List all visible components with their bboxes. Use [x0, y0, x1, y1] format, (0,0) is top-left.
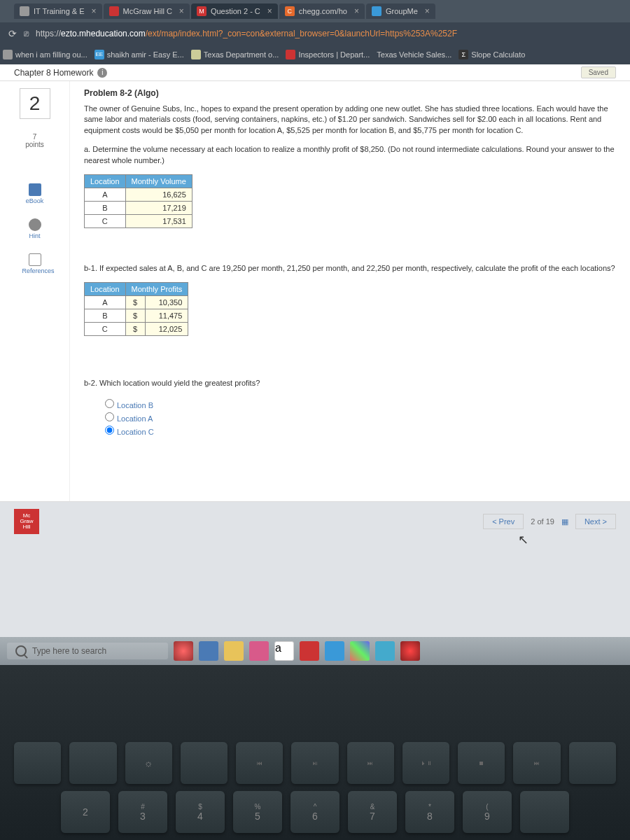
ebook-link[interactable]: eBook	[22, 183, 48, 204]
col-profits: Monthly Profits	[125, 283, 188, 296]
hint-link[interactable]: Hint	[22, 218, 48, 239]
number-row: 2 #3 $4 %5 ^6 &7 *8 (9	[14, 791, 616, 833]
next-button[interactable]: Next >	[575, 514, 616, 529]
col-location: Location	[85, 283, 126, 296]
table-row: A16,625	[85, 188, 192, 201]
key-4: $4	[176, 791, 225, 833]
bookmark-inspectors[interactable]: Inspectors | Depart...	[286, 50, 370, 59]
function-row: ☼ ⏮ ⏯ ⏭ ⏵⏸ ⏹ ⏭	[14, 742, 616, 784]
grid-icon[interactable]: ▦	[561, 517, 568, 526]
cursor-icon: ↖	[518, 532, 528, 547]
problem-body: The owner of Genuine Subs, Inc., hopes t…	[84, 104, 616, 136]
content: 2 7 points eBook Hint References Problem…	[0, 81, 630, 501]
key-fn	[569, 742, 616, 784]
col-location: Location	[85, 174, 126, 188]
table-row: C17,531	[85, 214, 192, 227]
volume-input-b[interactable]: 17,219	[125, 201, 192, 214]
volume-input-c[interactable]: 17,531	[125, 214, 192, 227]
key-fn: ☼	[125, 742, 172, 784]
references-icon	[29, 253, 41, 266]
bookmark-vehicle-sales[interactable]: Texas Vehicle Sales...	[377, 50, 451, 59]
key-fn: ⏭	[347, 742, 394, 784]
taskbar-icon-app[interactable]	[325, 641, 344, 661]
keyboard: ☼ ⏮ ⏯ ⏭ ⏵⏸ ⏹ ⏭ 2 #3 $4 %5 ^6 &7 *8 (9	[0, 665, 630, 840]
key-fn: ⏹	[458, 742, 505, 784]
table-row: C$12,025	[85, 323, 188, 336]
key-8: *8	[405, 791, 454, 833]
tab-it-training[interactable]: IT Training & E ×	[14, 4, 102, 19]
points-label: 7 points	[25, 133, 44, 148]
search-icon	[15, 645, 27, 657]
references-link[interactable]: References	[22, 253, 48, 274]
tab-question-2[interactable]: M Question 2 - C ×	[191, 4, 278, 19]
favicon	[20, 6, 29, 16]
close-icon[interactable]: ×	[267, 6, 272, 16]
key-fn	[69, 742, 116, 784]
table-row: B$11,475	[85, 309, 188, 323]
taskbar-icon-edge[interactable]	[199, 641, 218, 661]
col-volume: Monthly Volume	[125, 174, 192, 188]
url-field[interactable]: https://ezto.mheducation.com/ext/map/ind…	[36, 29, 457, 38]
radio-group-location: Location B Location A Location C	[105, 398, 616, 438]
key-fn: ⏯	[291, 742, 338, 784]
key-5: %5	[233, 791, 282, 833]
part-a-prompt: a. Determine the volume necessary at eac…	[84, 144, 616, 166]
taskbar-icon-app[interactable]	[249, 641, 269, 661]
bookmark-texas-dept[interactable]: Texas Department o...	[191, 50, 279, 59]
taskbar-icon-app[interactable]	[300, 641, 319, 661]
part-b2-prompt: b-2. Which location would yield the grea…	[84, 378, 616, 388]
prev-button[interactable]: < Prev	[483, 514, 524, 529]
profit-input-a[interactable]: 10,350	[145, 296, 188, 309]
key-9: (9	[463, 791, 512, 833]
option-location-b[interactable]: Location B	[105, 398, 616, 411]
taskbar-icon-app[interactable]	[375, 641, 395, 661]
close-icon[interactable]: ×	[92, 6, 97, 16]
close-icon[interactable]: ×	[179, 6, 184, 16]
site-settings-icon[interactable]: ⎚	[24, 29, 29, 38]
close-icon[interactable]: ×	[354, 6, 359, 16]
taskbar-icon-store[interactable]	[350, 641, 370, 661]
left-gutter: 2 7 points eBook Hint References	[0, 81, 70, 501]
key-3: #3	[118, 791, 167, 833]
option-location-a[interactable]: Location A	[105, 411, 616, 424]
radio-input[interactable]	[105, 412, 114, 421]
close-icon[interactable]: ×	[425, 6, 430, 16]
bookmark-filling[interactable]: when i am filling ou...	[3, 50, 88, 59]
tab-mcgraw[interactable]: McGraw Hill C ×	[104, 4, 190, 19]
taskbar-search[interactable]: Type here to search	[7, 643, 168, 659]
book-icon	[29, 183, 41, 196]
mcgraw-hill-logo: Mc Graw Hill	[14, 509, 39, 534]
key-0	[520, 791, 569, 833]
browser-tabs: IT Training & E × McGraw Hill C × M Ques…	[0, 0, 630, 22]
taskbar-icon-app[interactable]	[400, 641, 420, 661]
profit-input-c[interactable]: 12,025	[145, 323, 188, 336]
option-location-c[interactable]: Location C	[105, 424, 616, 438]
bookmark-slope[interactable]: ΣSlope Calculato	[458, 50, 525, 59]
bookmark-icon: EE	[94, 50, 104, 59]
radio-input[interactable]	[105, 426, 114, 435]
key-6: ^6	[290, 791, 340, 833]
key-fn: ⏵⏸	[402, 742, 449, 784]
taskbar-icon-files[interactable]	[224, 641, 244, 661]
radio-input[interactable]	[105, 399, 114, 408]
key-fn	[181, 742, 227, 784]
key-fn: ⏮	[236, 742, 283, 784]
profit-input-b[interactable]: 11,475	[145, 309, 188, 323]
taskbar-icon-cortana[interactable]	[174, 641, 193, 661]
tab-chegg[interactable]: C chegg.com/ho ×	[279, 4, 365, 19]
tab-groupme[interactable]: GroupMe ×	[366, 4, 435, 19]
taskbar-icon-app[interactable]: a	[274, 641, 294, 661]
favicon: C	[285, 6, 295, 16]
volume-input-a[interactable]: 16,625	[125, 188, 192, 201]
favicon: M	[197, 6, 206, 16]
bookmark-icon	[3, 50, 13, 59]
key-fn	[14, 742, 61, 784]
bookmark-shaikh[interactable]: EEshaikh amir - Easy E...	[94, 50, 184, 59]
footer-nav: Mc Graw Hill < Prev 2 of 19 ▦ Next >	[0, 501, 630, 541]
reload-icon[interactable]: ⟳	[8, 28, 17, 39]
table-row: B17,219	[85, 201, 192, 214]
key-2: 2	[61, 791, 110, 833]
key-fn: ⏭	[513, 742, 560, 784]
favicon	[372, 6, 382, 16]
info-icon[interactable]: i	[97, 68, 107, 78]
